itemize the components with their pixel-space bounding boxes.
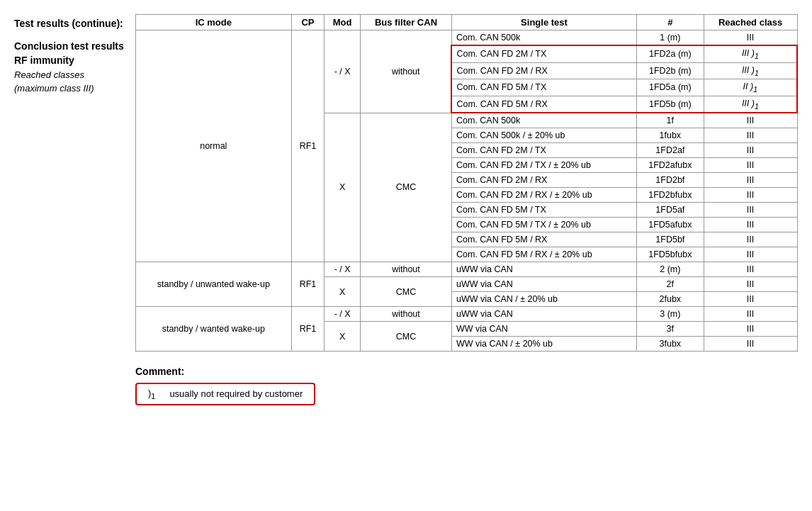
mod-x-2: X [325, 277, 361, 307]
single-test: uWW via CAN [451, 262, 636, 277]
table-header-row: IC mode CP Mod Bus filter CAN Single tes… [136, 15, 798, 30]
hash: 3fubx [637, 337, 704, 352]
conclusion-title: Conclusion test results RF immunity [14, 40, 124, 67]
comment-text: usually not required by customer [169, 388, 303, 399]
reached-class: III [704, 307, 797, 322]
single-test: WW via CAN [451, 322, 636, 337]
reached-class: III [704, 218, 797, 232]
mod-x-3: X [325, 322, 361, 352]
page-container: Test results (continue): Conclusion test… [14, 14, 798, 405]
reached-class: III [704, 128, 797, 143]
hash: 2fubx [637, 292, 704, 307]
ic-mode-standby-wanted: standby / wanted wake-up [136, 307, 292, 352]
hash: 1FD5af [637, 203, 704, 218]
hash: 1FD2bf [637, 173, 704, 188]
single-test: Com. CAN 500k / ± 20% ub [451, 128, 636, 143]
hash: 3 (m) [637, 307, 704, 322]
hash: 2 (m) [637, 262, 704, 277]
reached-class: III [704, 158, 797, 173]
single-test: Com. CAN FD 5M / TX / ± 20% ub [451, 218, 636, 232]
single-test: Com. CAN FD 2M / TX / ± 20% ub [451, 158, 636, 173]
reached-class: III [704, 232, 797, 247]
bus-without-2: without [360, 262, 451, 277]
mod-x-cmc: X [325, 113, 361, 262]
hash: 1fubx [637, 128, 704, 143]
results-table: IC mode CP Mod Bus filter CAN Single tes… [135, 14, 798, 352]
table-row: standby / unwanted wake-up RF1 - / X wit… [136, 262, 798, 277]
right-panel: IC mode CP Mod Bus filter CAN Single tes… [135, 14, 798, 405]
reached-class: III [704, 143, 797, 158]
hash: 1 (m) [637, 30, 704, 46]
single-test: uWW via CAN [451, 307, 636, 322]
hash: 1f [637, 113, 704, 128]
single-test: Com. CAN FD 2M / TX [451, 143, 636, 158]
reached-class: III [704, 173, 797, 188]
table-row: normal RF1 - / X without Com. CAN 500k 1… [136, 30, 798, 46]
hash: 1FD5bfubx [637, 247, 704, 262]
ic-mode-normal: normal [136, 30, 292, 262]
single-test: uWW via CAN / ± 20% ub [451, 292, 636, 307]
single-test: Com. CAN 500k [451, 30, 636, 46]
single-test: Com. CAN FD 5M / TX [451, 79, 636, 96]
single-test: Com. CAN 500k [451, 113, 636, 128]
page-title: Test results (continue): [14, 17, 124, 30]
conclusion-sub: Reached classes (maximum class III) [14, 69, 124, 94]
table-row: standby / wanted wake-up RF1 - / X witho… [136, 307, 798, 322]
hash: 3f [637, 322, 704, 337]
single-test: WW via CAN / ± 20% ub [451, 337, 636, 352]
reached-class: III )1 [704, 62, 797, 79]
bus-without: without [360, 30, 451, 113]
reached-class: III [704, 292, 797, 307]
comment-subscript: )1 [148, 388, 155, 400]
single-test: Com. CAN FD 2M / RX [451, 173, 636, 188]
hash: 1FD2b (m) [637, 62, 704, 79]
hash: 1FD2afubx [637, 158, 704, 173]
col-bus-filter: Bus filter CAN [360, 15, 451, 30]
bus-cmc: CMC [360, 113, 451, 262]
reached-class: III [704, 188, 797, 203]
hash: 1FD5bf [637, 232, 704, 247]
col-reached-class: Reached class [704, 15, 797, 30]
hash: 1FD2a (m) [637, 45, 704, 62]
mod-minus-x: - / X [325, 262, 361, 277]
reached-class: III [704, 113, 797, 128]
single-test: Com. CAN FD 5M / TX [451, 203, 636, 218]
single-test: Com. CAN FD 2M / RX [451, 62, 636, 79]
bus-cmc-3: CMC [360, 322, 451, 352]
comment-box: )1 usually not required by customer [135, 383, 315, 405]
col-single-test: Single test [451, 15, 636, 30]
reached-class: III )1 [704, 96, 797, 113]
reached-class: III [704, 277, 797, 292]
cp-rf1-standby-wanted: RF1 [291, 307, 325, 352]
single-test: uWW via CAN [451, 277, 636, 292]
reached-class: III [704, 322, 797, 337]
ic-mode-standby-unwanted: standby / unwanted wake-up [136, 262, 292, 307]
col-hash: # [637, 15, 704, 30]
comment-section: Comment: )1 usually not required by cust… [135, 366, 798, 405]
reached-class: III [704, 262, 797, 277]
reached-class: III [704, 247, 797, 262]
hash: 1FD5a (m) [637, 79, 704, 96]
left-panel: Test results (continue): Conclusion test… [14, 14, 124, 95]
cp-rf1-normal: RF1 [291, 30, 325, 262]
single-test: Com. CAN FD 2M / RX / ± 20% ub [451, 188, 636, 203]
reached-class: III [704, 203, 797, 218]
reached-class: III [704, 337, 797, 352]
hash: 1FD5afubx [637, 218, 704, 232]
reached-class: III [704, 30, 797, 46]
mod-x-without: - / X [325, 30, 361, 113]
hash: 1FD2bfubx [637, 188, 704, 203]
hash: 1FD5b (m) [637, 96, 704, 113]
single-test: Com. CAN FD 5M / RX [451, 96, 636, 113]
hash: 1FD2af [637, 143, 704, 158]
single-test: Com. CAN FD 5M / RX / ± 20% ub [451, 247, 636, 262]
reached-class: II )1 [704, 79, 797, 96]
comment-title: Comment: [135, 366, 798, 377]
bus-without-3: without [360, 307, 451, 322]
cp-rf1-standby-unwanted: RF1 [291, 262, 325, 307]
bus-cmc-2: CMC [360, 277, 451, 307]
hash: 2f [637, 277, 704, 292]
single-test: Com. CAN FD 2M / TX [451, 45, 636, 62]
col-cp: CP [291, 15, 325, 30]
single-test: Com. CAN FD 5M / RX [451, 232, 636, 247]
